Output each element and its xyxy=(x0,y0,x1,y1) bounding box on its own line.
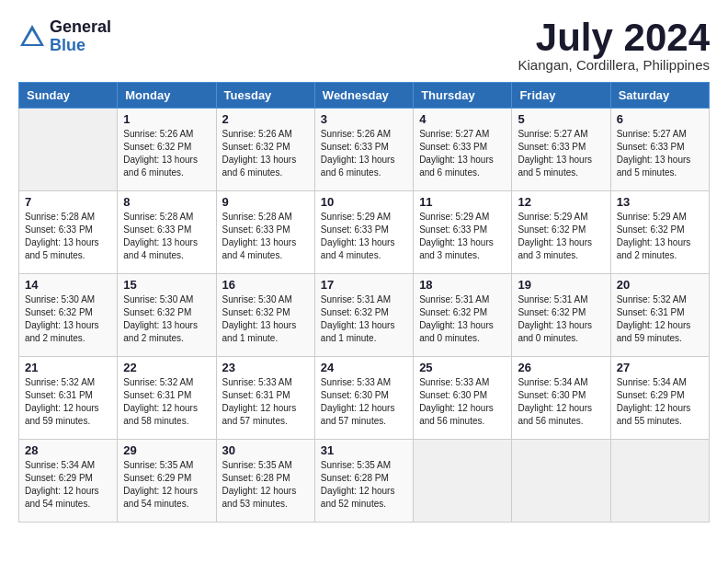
day-info: Sunrise: 5:35 AM Sunset: 6:28 PM Dayligh… xyxy=(222,459,309,511)
logo-icon xyxy=(18,23,46,51)
day-number: 16 xyxy=(222,278,309,292)
calendar-cell: 2Sunrise: 5:26 AM Sunset: 6:32 PM Daylig… xyxy=(216,109,314,191)
day-info: Sunrise: 5:33 AM Sunset: 6:30 PM Dayligh… xyxy=(419,376,506,428)
day-info: Sunrise: 5:27 AM Sunset: 6:33 PM Dayligh… xyxy=(617,128,703,179)
col-header-saturday: Saturday xyxy=(610,83,709,109)
calendar-cell: 22Sunrise: 5:32 AM Sunset: 6:31 PM Dayli… xyxy=(118,357,216,440)
day-info: Sunrise: 5:35 AM Sunset: 6:28 PM Dayligh… xyxy=(321,459,407,511)
day-info: Sunrise: 5:32 AM Sunset: 6:31 PM Dayligh… xyxy=(25,376,111,428)
day-number: 19 xyxy=(518,278,604,292)
day-number: 26 xyxy=(518,361,604,374)
col-header-tuesday: Tuesday xyxy=(216,83,314,109)
day-info: Sunrise: 5:33 AM Sunset: 6:30 PM Dayligh… xyxy=(321,376,407,428)
day-number: 4 xyxy=(419,112,506,126)
calendar-cell: 18Sunrise: 5:31 AM Sunset: 6:32 PM Dayli… xyxy=(414,274,512,357)
calendar-week-2: 7Sunrise: 5:28 AM Sunset: 6:33 PM Daylig… xyxy=(19,191,710,274)
day-info: Sunrise: 5:29 AM Sunset: 6:33 PM Dayligh… xyxy=(321,211,407,262)
calendar-cell: 7Sunrise: 5:28 AM Sunset: 6:33 PM Daylig… xyxy=(19,191,118,274)
calendar-cell: 14Sunrise: 5:30 AM Sunset: 6:32 PM Dayli… xyxy=(19,274,118,357)
day-number: 31 xyxy=(321,443,407,457)
day-info: Sunrise: 5:31 AM Sunset: 6:32 PM Dayligh… xyxy=(321,293,407,345)
calendar-cell: 3Sunrise: 5:26 AM Sunset: 6:33 PM Daylig… xyxy=(314,109,413,191)
day-number: 21 xyxy=(25,361,111,374)
calendar-cell: 8Sunrise: 5:28 AM Sunset: 6:33 PM Daylig… xyxy=(118,191,216,274)
day-info: Sunrise: 5:29 AM Sunset: 6:32 PM Dayligh… xyxy=(617,211,703,262)
calendar-cell: 10Sunrise: 5:29 AM Sunset: 6:33 PM Dayli… xyxy=(314,191,413,274)
day-info: Sunrise: 5:27 AM Sunset: 6:33 PM Dayligh… xyxy=(419,128,506,179)
day-number: 23 xyxy=(222,361,309,374)
calendar-cell: 15Sunrise: 5:30 AM Sunset: 6:32 PM Dayli… xyxy=(118,274,216,357)
day-number: 30 xyxy=(222,443,309,457)
day-number: 22 xyxy=(123,361,210,374)
day-info: Sunrise: 5:28 AM Sunset: 6:33 PM Dayligh… xyxy=(25,211,111,262)
calendar-cell: 17Sunrise: 5:31 AM Sunset: 6:32 PM Dayli… xyxy=(314,274,413,357)
day-info: Sunrise: 5:29 AM Sunset: 6:33 PM Dayligh… xyxy=(419,211,506,262)
day-info: Sunrise: 5:29 AM Sunset: 6:32 PM Dayligh… xyxy=(518,211,604,262)
day-number: 28 xyxy=(25,443,111,457)
calendar-cell xyxy=(19,109,118,191)
day-number: 24 xyxy=(321,361,407,374)
day-info: Sunrise: 5:32 AM Sunset: 6:31 PM Dayligh… xyxy=(617,293,703,345)
day-info: Sunrise: 5:28 AM Sunset: 6:33 PM Dayligh… xyxy=(123,211,210,262)
calendar-cell: 29Sunrise: 5:35 AM Sunset: 6:29 PM Dayli… xyxy=(118,440,216,523)
page-header: General Blue July 2024 Kiangan, Cordille… xyxy=(18,18,710,73)
day-number: 13 xyxy=(617,195,703,209)
title-block: July 2024 Kiangan, Cordillera, Philippin… xyxy=(518,18,710,73)
calendar-cell: 30Sunrise: 5:35 AM Sunset: 6:28 PM Dayli… xyxy=(216,440,314,523)
day-info: Sunrise: 5:26 AM Sunset: 6:32 PM Dayligh… xyxy=(222,128,309,179)
day-number: 10 xyxy=(321,195,407,209)
calendar-cell xyxy=(414,440,512,523)
calendar-week-3: 14Sunrise: 5:30 AM Sunset: 6:32 PM Dayli… xyxy=(19,274,710,357)
day-number: 8 xyxy=(123,195,210,209)
day-number: 1 xyxy=(123,112,210,126)
calendar-week-5: 28Sunrise: 5:34 AM Sunset: 6:29 PM Dayli… xyxy=(19,440,710,523)
calendar-cell: 26Sunrise: 5:34 AM Sunset: 6:30 PM Dayli… xyxy=(512,357,610,440)
day-number: 20 xyxy=(617,278,703,292)
logo: General Blue xyxy=(18,18,111,55)
col-header-friday: Friday xyxy=(512,83,610,109)
calendar-cell: 19Sunrise: 5:31 AM Sunset: 6:32 PM Dayli… xyxy=(512,274,610,357)
day-info: Sunrise: 5:30 AM Sunset: 6:32 PM Dayligh… xyxy=(123,293,210,345)
calendar-cell: 21Sunrise: 5:32 AM Sunset: 6:31 PM Dayli… xyxy=(19,357,118,440)
calendar-cell: 24Sunrise: 5:33 AM Sunset: 6:30 PM Dayli… xyxy=(314,357,413,440)
calendar-cell: 6Sunrise: 5:27 AM Sunset: 6:33 PM Daylig… xyxy=(610,109,709,191)
day-number: 15 xyxy=(123,278,210,292)
day-info: Sunrise: 5:31 AM Sunset: 6:32 PM Dayligh… xyxy=(419,293,506,345)
day-info: Sunrise: 5:32 AM Sunset: 6:31 PM Dayligh… xyxy=(123,376,210,428)
calendar-cell: 25Sunrise: 5:33 AM Sunset: 6:30 PM Dayli… xyxy=(414,357,512,440)
col-header-monday: Monday xyxy=(118,83,216,109)
day-info: Sunrise: 5:34 AM Sunset: 6:30 PM Dayligh… xyxy=(518,376,604,428)
day-number: 25 xyxy=(419,361,506,374)
day-number: 17 xyxy=(321,278,407,292)
day-info: Sunrise: 5:34 AM Sunset: 6:29 PM Dayligh… xyxy=(25,459,111,511)
calendar-cell: 28Sunrise: 5:34 AM Sunset: 6:29 PM Dayli… xyxy=(19,440,118,523)
day-number: 29 xyxy=(123,443,210,457)
col-header-wednesday: Wednesday xyxy=(314,83,413,109)
day-info: Sunrise: 5:33 AM Sunset: 6:31 PM Dayligh… xyxy=(222,376,309,428)
day-number: 3 xyxy=(321,112,407,126)
day-number: 14 xyxy=(25,278,111,292)
logo-text: General Blue xyxy=(50,18,111,55)
calendar-cell: 5Sunrise: 5:27 AM Sunset: 6:33 PM Daylig… xyxy=(512,109,610,191)
calendar-cell: 9Sunrise: 5:28 AM Sunset: 6:33 PM Daylig… xyxy=(216,191,314,274)
calendar-cell: 4Sunrise: 5:27 AM Sunset: 6:33 PM Daylig… xyxy=(414,109,512,191)
day-number: 18 xyxy=(419,278,506,292)
calendar-table: SundayMondayTuesdayWednesdayThursdayFrid… xyxy=(18,82,710,523)
location: Kiangan, Cordillera, Philippines xyxy=(518,57,710,73)
day-info: Sunrise: 5:26 AM Sunset: 6:32 PM Dayligh… xyxy=(123,128,210,179)
calendar-cell xyxy=(610,440,709,523)
day-number: 6 xyxy=(617,112,703,126)
calendar-cell: 11Sunrise: 5:29 AM Sunset: 6:33 PM Dayli… xyxy=(414,191,512,274)
calendar-cell: 1Sunrise: 5:26 AM Sunset: 6:32 PM Daylig… xyxy=(118,109,216,191)
day-info: Sunrise: 5:27 AM Sunset: 6:33 PM Dayligh… xyxy=(518,128,604,179)
day-info: Sunrise: 5:26 AM Sunset: 6:33 PM Dayligh… xyxy=(321,128,407,179)
calendar-week-4: 21Sunrise: 5:32 AM Sunset: 6:31 PM Dayli… xyxy=(19,357,710,440)
calendar-cell: 20Sunrise: 5:32 AM Sunset: 6:31 PM Dayli… xyxy=(610,274,709,357)
calendar-cell: 23Sunrise: 5:33 AM Sunset: 6:31 PM Dayli… xyxy=(216,357,314,440)
day-info: Sunrise: 5:30 AM Sunset: 6:32 PM Dayligh… xyxy=(25,293,111,345)
calendar-header-row: SundayMondayTuesdayWednesdayThursdayFrid… xyxy=(19,83,710,109)
calendar-cell: 12Sunrise: 5:29 AM Sunset: 6:32 PM Dayli… xyxy=(512,191,610,274)
day-info: Sunrise: 5:35 AM Sunset: 6:29 PM Dayligh… xyxy=(123,459,210,511)
calendar-cell: 13Sunrise: 5:29 AM Sunset: 6:32 PM Dayli… xyxy=(610,191,709,274)
month-title: July 2024 xyxy=(518,18,710,57)
